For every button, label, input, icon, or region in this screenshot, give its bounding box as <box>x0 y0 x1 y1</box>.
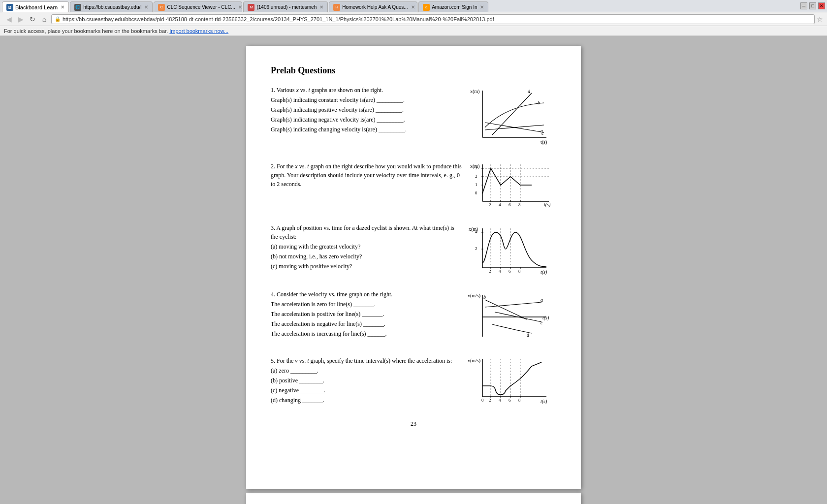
graph-4-svg: v(m/s) t(s) b a c d <box>468 290 551 344</box>
tab-mail[interactable]: M (1406 unread) - mertesmeh ✕ <box>243 1 328 12</box>
q5-main: 5. For the v vs. t graph, specify the ti… <box>271 356 463 365</box>
svg-line-7 <box>485 123 544 132</box>
svg-text:v(m/s): v(m/s) <box>468 293 480 299</box>
q4-line2: The acceleration is positive for line(s)… <box>271 310 463 318</box>
question-2: 2. For the x vs. t graph on the right de… <box>271 162 556 213</box>
address-bar[interactable]: 🔒 https://bb.csueastbay.edu/bbcswebdav/p… <box>51 14 815 24</box>
svg-text:2: 2 <box>489 269 491 274</box>
tab5-favicon: H <box>333 4 340 11</box>
svg-text:4: 4 <box>499 398 501 403</box>
home-button[interactable]: ⌂ <box>39 14 49 24</box>
q1-line2: Graph(s) indicating positive velocity is… <box>271 105 463 114</box>
q1-number: 1. <box>271 87 277 94</box>
tab4-label: (1406 unread) - mertesmeh <box>256 4 317 10</box>
question-5: 5. For the v vs. t graph, specify the ti… <box>271 356 556 410</box>
svg-text:6: 6 <box>509 398 511 403</box>
q4-line3: The acceleration is negative for line(s)… <box>271 319 463 328</box>
svg-text:0: 0 <box>475 190 477 195</box>
tab6-label: Amazon.com Sign In <box>432 4 477 10</box>
tab4-favicon: M <box>248 4 254 11</box>
tabs-container: B Blackboard Learn ✕ 🌐 https://bb.csueas… <box>2 0 800 12</box>
tab-amazon[interactable]: a Amazon.com Sign In ✕ <box>418 1 488 12</box>
svg-text:4: 4 <box>499 269 501 274</box>
svg-text:c: c <box>541 130 544 136</box>
q1-line1: Graph(s) indicating constant velocity is… <box>271 95 463 104</box>
svg-line-59 <box>485 300 527 319</box>
import-bookmarks-link[interactable]: Import bookmarks now... <box>169 28 228 34</box>
q5-line1: (a) zero _________. <box>271 366 463 375</box>
question-3: 3. A graph of position vs. time for a da… <box>271 223 556 279</box>
svg-text:d: d <box>527 332 530 338</box>
svg-text:2: 2 <box>475 246 477 251</box>
tab-blackboard-close[interactable]: ✕ <box>61 4 64 10</box>
tab-2[interactable]: 🌐 https://bb.csueastbay.edu/l ✕ <box>70 1 153 12</box>
address-text: https://bb.csueastbay.edu/bbcswebdav/pid… <box>63 16 494 22</box>
svg-text:c: c <box>541 320 543 325</box>
title-bar: B Blackboard Learn ✕ 🌐 https://bb.csueas… <box>0 0 827 12</box>
tab3-close[interactable]: ✕ <box>238 4 242 10</box>
q2-main: 2. For the x vs. t graph on the right de… <box>271 162 463 189</box>
svg-text:b: b <box>483 294 486 300</box>
q5-line2: (b) positive ________. <box>271 376 463 385</box>
q5-line3: (c) negative ________. <box>271 386 463 395</box>
bookmarks-text: For quick access, place your bookmarks h… <box>4 28 168 34</box>
tab2-label: https://bb.csueastbay.edu/l <box>83 4 141 10</box>
q1-line3: Graph(s) indicating negative velocity is… <box>271 115 463 124</box>
tab2-close[interactable]: ✕ <box>144 4 148 10</box>
svg-text:t(s): t(s) <box>541 269 547 275</box>
pdf-page-next <box>246 493 581 504</box>
svg-text:x(m): x(m) <box>470 89 479 94</box>
svg-text:t(s): t(s) <box>541 399 547 405</box>
svg-text:8: 8 <box>518 269 521 274</box>
tab-homework[interactable]: H Homework Help Ask A Ques... ✕ <box>329 1 417 12</box>
q1-main: 1. Various x vs. t graphs are shown on t… <box>271 86 463 94</box>
q3-main: 3. A graph of position vs. time for a da… <box>271 223 463 241</box>
back-button[interactable]: ◀ <box>4 14 14 24</box>
svg-line-61 <box>485 302 541 307</box>
reload-button[interactable]: ↻ <box>28 14 37 24</box>
graph-5-svg: v(m/s) 0 2 4 6 8 t(s) <box>468 356 551 408</box>
svg-text:v(m/s): v(m/s) <box>468 358 480 364</box>
bookmarks-bar: For quick access, place your bookmarks h… <box>0 26 827 36</box>
question-3-text: 3. A graph of position vs. time for a da… <box>271 223 463 279</box>
forward-button[interactable]: ▶ <box>16 14 26 24</box>
q1-line4: Graph(s) indicating changing velocity is… <box>271 125 463 134</box>
graph-3-svg: x(m) 4 2 2 4 6 8 t(s) <box>468 223 551 278</box>
blackboard-favicon: B <box>6 4 13 11</box>
nav-bar: ◀ ▶ ↻ ⌂ 🔒 https://bb.csueastbay.edu/bbcs… <box>0 12 827 26</box>
tab6-close[interactable]: ✕ <box>480 4 484 10</box>
bookmark-star[interactable]: ☆ <box>817 15 823 23</box>
question-4: 4. Consider the velocity vs. time graph … <box>271 290 556 346</box>
question-4-text: 4. Consider the velocity vs. time graph … <box>271 290 463 346</box>
graph-2: x(m) 3 2 1 0 2 4 6 <box>468 162 556 213</box>
svg-text:t(s): t(s) <box>541 139 547 145</box>
svg-text:b: b <box>538 100 540 105</box>
minimize-button[interactable]: ─ <box>800 2 807 9</box>
browser-window: B Blackboard Learn ✕ 🌐 https://bb.csueas… <box>0 0 827 504</box>
graph-4: v(m/s) t(s) b a c d <box>468 290 556 346</box>
tab-blackboard[interactable]: B Blackboard Learn ✕ <box>2 1 69 12</box>
q4-line4: The acceleration is increasing for line(… <box>271 329 463 338</box>
tab5-close[interactable]: ✕ <box>411 4 415 10</box>
close-button[interactable]: ✕ <box>818 2 825 9</box>
maximize-button[interactable]: □ <box>809 2 816 9</box>
tab5-label: Homework Help Ask A Ques... <box>342 4 408 10</box>
window-controls: ─ □ ✕ <box>800 2 825 9</box>
svg-text:4: 4 <box>475 229 477 234</box>
svg-text:4: 4 <box>499 202 501 207</box>
tab3-label: CLC Sequence Viewer - CLC... <box>167 4 235 10</box>
tab4-close[interactable]: ✕ <box>319 4 323 10</box>
svg-text:6: 6 <box>509 269 511 274</box>
page-number: 23 <box>271 420 556 428</box>
page-title: Prelab Questions <box>271 65 556 76</box>
q4-main: 4. Consider the velocity vs. time graph … <box>271 290 463 299</box>
q3-line1: (a) moving with the greatest velocity? <box>271 242 463 251</box>
q3-line2: (b) not moving, i.e., has zero velocity? <box>271 252 463 261</box>
svg-text:2: 2 <box>475 174 477 179</box>
svg-text:a: a <box>541 297 543 303</box>
content-area: Prelab Questions 1. Various x vs. t grap… <box>0 36 827 504</box>
q4-line1: The acceleration is zero for line(s) ___… <box>271 300 463 309</box>
tab-clc[interactable]: C CLC Sequence Viewer - CLC... ✕ <box>154 1 242 12</box>
svg-text:6: 6 <box>509 202 511 207</box>
svg-text:2: 2 <box>489 398 491 403</box>
